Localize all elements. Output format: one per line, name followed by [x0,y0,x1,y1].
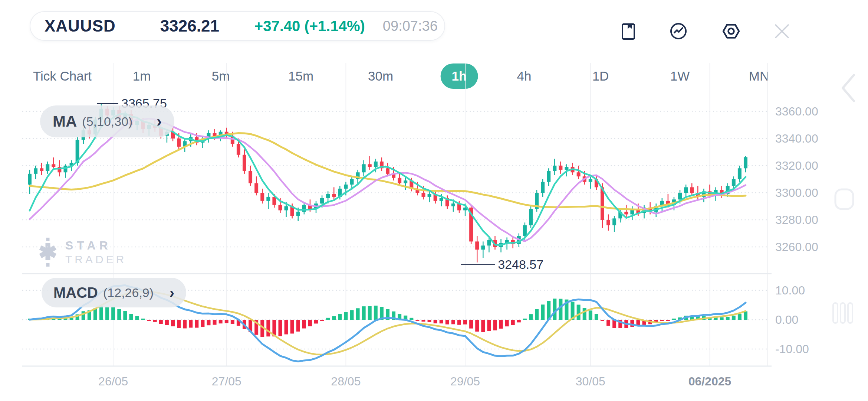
macd-bar [732,316,736,320]
macd-bar [428,320,431,322]
macd-bar [111,307,115,320]
macd-bar [606,320,610,326]
macd-bar [487,320,491,331]
ghost-bars-button[interactable] [833,303,838,323]
candle-body [237,144,240,155]
candle-body [374,162,378,167]
candle-body [260,193,264,201]
ghost-square-button[interactable] [835,189,853,209]
macd-bar [511,320,515,325]
macd-bar [475,320,479,332]
macd-bar [350,310,354,320]
candle-body [34,168,37,174]
candle-body [606,220,610,225]
macd-bar [326,318,330,320]
candle-body [523,225,527,236]
macd-bar [99,306,103,320]
candle-body [52,164,55,167]
chevron-right-icon[interactable]: › [157,113,162,130]
macd-bar [165,320,169,325]
macd-bar [726,317,730,320]
macd-bar [135,316,139,320]
macd-indicator-pill[interactable]: MACD (12,26,9) › [42,278,186,307]
date-axis-label: 30/05 [576,375,605,388]
candle-body [254,183,258,193]
collapse-chevron-icon[interactable] [843,75,854,101]
macd-bar [105,307,109,320]
candle-body [541,182,545,193]
price-axis-label: 3320.00 [775,159,818,172]
candle-body [332,194,336,197]
candle-body [177,138,181,147]
candle-body [320,198,324,204]
candle-body [302,205,306,212]
macd-bar [660,320,664,321]
macd-bar [469,320,473,329]
ghost-bars-button[interactable] [841,303,845,323]
macd-bar [129,314,133,320]
macd-bar [123,311,127,320]
macd-bar [434,320,437,323]
macd-params: (12,26,9) [103,286,154,300]
ma-indicator-pill[interactable]: MA (5,10,30) › [40,105,174,137]
macd-bar [493,320,497,330]
macd-bar [451,320,455,324]
macd-bar [720,317,724,320]
ghost-bars-button[interactable] [848,303,852,323]
candle-body [624,212,628,214]
macd-bar [553,299,556,320]
macd-bar [159,320,163,324]
candle-body [451,203,455,206]
macd-bar [744,312,747,320]
macd-bar [141,319,145,320]
macd-bar [672,319,676,320]
candle-body [296,212,300,216]
candle-body [744,157,747,168]
macd-bar [189,320,193,327]
chart-canvas[interactable]: 3360.003340.003320.003300.003280.003260.… [0,0,868,401]
macd-bar [117,309,121,320]
macd-bar [523,319,527,320]
macd-bar [415,320,419,321]
candle-body [553,166,556,171]
price-axis-label: 3260.00 [775,240,818,254]
macd-bar [368,306,372,320]
macd-bar [559,299,562,320]
candle-body [487,240,491,246]
macd-bar [285,320,288,335]
chevron-right-icon[interactable]: › [170,284,174,301]
macd-bar [308,320,312,326]
price-axis-label: 3280.00 [775,213,818,226]
candle-body [28,174,32,185]
candle-body [529,209,533,225]
macd-bar [266,320,270,336]
date-axis-label: 27/05 [212,375,241,388]
low-price-label: 3248.57 [498,257,543,271]
candle-body [326,194,330,198]
macd-bar [374,306,378,320]
candle-body [547,171,550,182]
macd-bar [332,316,336,320]
candle-body [249,171,252,183]
price-axis-label: 3360.00 [775,105,818,118]
candle-body [559,166,562,170]
candle-body [428,194,431,197]
macd-bar [195,320,198,328]
candle-body [565,167,568,170]
candle-body [678,193,682,199]
candle-body [386,168,389,174]
macd-bar [410,318,413,320]
macd-bar [314,320,318,323]
macd-bar [529,314,533,320]
macd-bar [296,320,300,332]
macd-bar [177,320,181,328]
candle-body [577,172,581,176]
macd-label: MACD [53,284,98,301]
macd-bar [481,320,485,332]
macd-bar [445,320,449,325]
macd-bar [362,306,366,320]
candle-body [46,164,49,171]
candle-body [589,179,592,182]
candle-body [421,193,425,197]
candle-body [40,168,43,171]
